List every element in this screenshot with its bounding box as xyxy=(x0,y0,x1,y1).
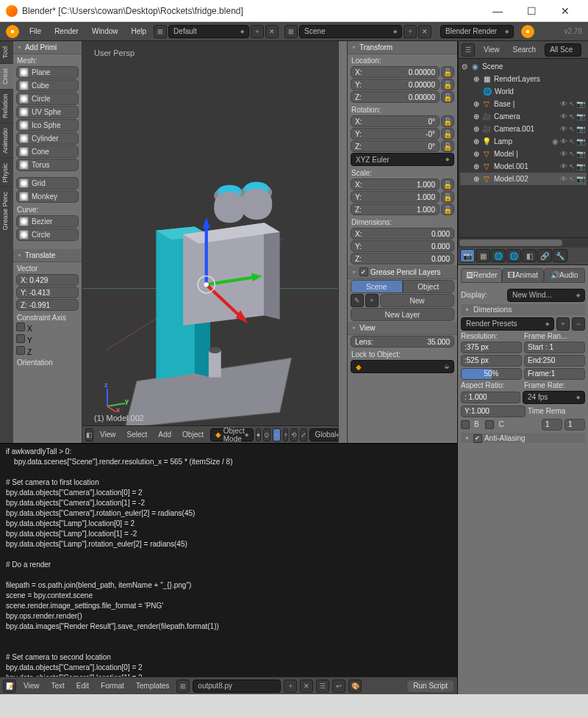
outliner-display-dropdown[interactable]: All Sce xyxy=(545,43,581,57)
constraint-z-checkbox[interactable] xyxy=(16,346,25,355)
scene-dropdown[interactable]: Scene◆ xyxy=(299,25,402,38)
outliner-scrollbar[interactable] xyxy=(458,237,588,248)
loc-z-field[interactable]: Z:0.00000 xyxy=(351,91,440,103)
tree-camera[interactable]: ⊕🎥Camera👁↖📷 xyxy=(460,110,587,123)
tree-scene[interactable]: ⊝◉Scene xyxy=(460,60,587,73)
translate-z-field[interactable]: Z: -0.991 xyxy=(16,299,79,311)
lock-object-dropdown[interactable]: ◆◒ xyxy=(351,360,454,373)
pivot-icon[interactable]: ⊙ xyxy=(263,428,270,442)
add-bezier-button[interactable]: Bezier xyxy=(16,215,79,228)
layout-delete-button[interactable]: ✕ xyxy=(265,25,279,38)
tab-relations[interactable]: Relation xyxy=(0,89,13,123)
add-circle-button[interactable]: Circle xyxy=(16,93,79,105)
rot-z-lock-icon[interactable]: 🔓 xyxy=(441,140,454,152)
add-icosphere-button[interactable]: Ico Sphe xyxy=(16,119,79,131)
eye-icon[interactable]: 👁 xyxy=(560,162,567,170)
panel-view[interactable]: ▼View xyxy=(348,322,457,335)
add-uvsphere-button[interactable]: UV Sphe xyxy=(16,106,79,118)
scene-browse-icon[interactable]: ⊞ xyxy=(284,25,298,38)
manip-scale-icon[interactable]: ⤢ xyxy=(300,428,307,442)
aspect-x-field[interactable]: : 1.000 xyxy=(461,392,520,403)
cursor-icon[interactable]: ↖ xyxy=(569,125,575,133)
manipulator-icon[interactable]: ↔ xyxy=(273,428,281,442)
camera-icon[interactable]: 📷 xyxy=(576,162,585,170)
menu-view3d-view[interactable]: View xyxy=(96,430,121,439)
scene-delete-button[interactable]: ✕ xyxy=(418,25,431,38)
add-cone-button[interactable]: Cone xyxy=(16,145,79,158)
text-browse-icon[interactable]: ⊞ xyxy=(176,680,190,693)
tab-audio[interactable]: 🔊Audio xyxy=(544,268,585,283)
rot-x-lock-icon[interactable]: 🔓 xyxy=(441,115,454,127)
dim-y-field[interactable]: Y:0.000 xyxy=(351,240,454,252)
eye-icon[interactable]: 👁 xyxy=(560,150,567,158)
add-curvecircle-button[interactable]: Circle xyxy=(16,228,79,241)
tree-renderlayers[interactable]: ⊕▦RenderLayers xyxy=(460,73,587,85)
tab-tools[interactable]: Tool xyxy=(0,41,13,63)
gp-new-button[interactable]: New xyxy=(380,294,454,307)
text-text-menu[interactable]: Text xyxy=(47,682,69,690)
panel-greasepencil[interactable]: ▼Grease Pencil Layers xyxy=(348,265,457,279)
old-frame-field[interactable]: 1 xyxy=(542,419,562,430)
text-add-icon[interactable]: + xyxy=(284,680,297,693)
editor-type-icon[interactable]: ◧ xyxy=(85,428,93,442)
gp-add-icon[interactable]: + xyxy=(365,294,379,307)
eye-icon[interactable]: 👁 xyxy=(560,137,567,145)
blender-icon[interactable] xyxy=(6,25,19,38)
panel-translate[interactable]: ▼Translate xyxy=(13,249,82,262)
cursor-icon[interactable]: ↖ xyxy=(569,162,575,170)
prop-modifier-icon[interactable]: 🔧 xyxy=(553,249,567,262)
orientation-dropdown[interactable]: Global◆ xyxy=(309,428,338,442)
dim-z-field[interactable]: Z:0.000 xyxy=(351,253,454,264)
tab-animation[interactable]: 🎞Animat xyxy=(502,268,543,283)
rot-x-field[interactable]: X:0° xyxy=(351,115,440,127)
section-antialiasing[interactable]: ▼Anti-Aliasing xyxy=(461,433,585,444)
camera-icon[interactable]: 📷 xyxy=(576,137,585,145)
frame-step-field[interactable]: Frame:1 xyxy=(524,368,585,380)
add-monkey-button[interactable]: Monkey xyxy=(16,190,79,203)
border-checkbox[interactable] xyxy=(461,420,470,429)
loc-x-field[interactable]: X:0.00000 xyxy=(351,66,440,78)
preset-add-icon[interactable]: + xyxy=(556,317,570,331)
camera-icon[interactable]: 📷 xyxy=(576,100,585,108)
gp-brush-icon[interactable]: ✎ xyxy=(351,294,364,307)
constraint-y-checkbox[interactable] xyxy=(16,334,25,343)
render-presets-dropdown[interactable]: Render Presets◆ xyxy=(461,317,554,331)
cursor-icon[interactable]: ↖ xyxy=(569,137,575,145)
layout-add-button[interactable]: + xyxy=(251,25,264,38)
manip-translate-icon[interactable]: + xyxy=(283,428,288,442)
res-percent-field[interactable]: 50% xyxy=(461,368,522,380)
preset-remove-icon[interactable]: − xyxy=(572,317,585,331)
loc-z-lock-icon[interactable]: 🔓 xyxy=(441,91,454,103)
tab-physics[interactable]: Physic xyxy=(0,158,13,187)
manip-rotate-icon[interactable]: ⟲ xyxy=(290,428,298,442)
menu-view3d-object[interactable]: Object xyxy=(178,430,208,439)
dim-x-field[interactable]: X:0.000 xyxy=(351,228,454,239)
text-view-menu[interactable]: View xyxy=(19,682,44,690)
frame-start-field[interactable]: Start : 1 xyxy=(524,342,585,353)
text-format-menu[interactable]: Format xyxy=(96,682,129,690)
outliner-search-menu[interactable]: Search xyxy=(509,46,541,54)
cursor-icon[interactable]: ↖ xyxy=(569,112,575,120)
scale-z-field[interactable]: Z:1.000 xyxy=(351,203,440,215)
syntax-icon[interactable]: 🎨 xyxy=(348,680,362,693)
tree-world[interactable]: 🌐World xyxy=(460,85,587,98)
lens-field[interactable]: Lens:35.000 xyxy=(351,336,454,347)
render-engine-dropdown[interactable]: Blender Render◆ xyxy=(440,25,514,38)
text-editor-type-icon[interactable]: 📝 xyxy=(3,680,16,693)
menu-help[interactable]: Help xyxy=(126,25,153,37)
aspect-y-field[interactable]: Y:1.000 xyxy=(461,406,526,417)
linenum-icon[interactable]: ☰ xyxy=(316,680,329,693)
cursor-icon[interactable]: ↖ xyxy=(569,150,575,158)
tab-render[interactable]: 🖼Render xyxy=(461,268,502,283)
rot-y-field[interactable]: Y:-0° xyxy=(351,128,440,140)
camera-icon[interactable]: 📷 xyxy=(576,150,585,158)
tab-create[interactable]: Creat xyxy=(0,63,13,89)
camera-icon[interactable]: 📷 xyxy=(576,125,585,133)
camera-icon[interactable]: 📷 xyxy=(576,175,585,183)
prop-scene-icon[interactable]: 🌐 xyxy=(491,249,506,262)
tree-lamp[interactable]: ⊕💡Lamp◉👁↖📷 xyxy=(460,135,587,148)
tab-animation[interactable]: Animatio xyxy=(0,123,13,158)
layout-browse-icon[interactable]: ⊞ xyxy=(154,25,167,38)
tree-camera001[interactable]: ⊕🎥Camera.001👁↖📷 xyxy=(460,123,587,135)
gp-object-button[interactable]: Object xyxy=(403,280,455,293)
